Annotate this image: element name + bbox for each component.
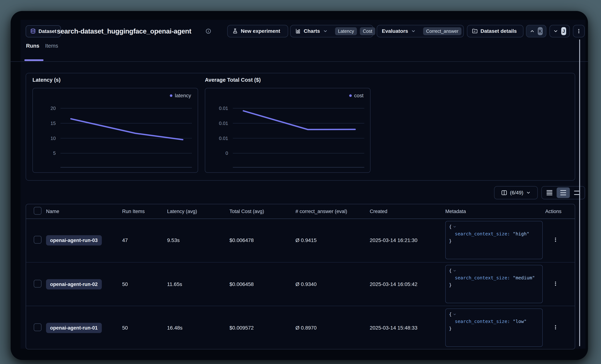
svg-text:0: 0 <box>225 151 228 156</box>
run-items-value: 50 <box>122 281 128 287</box>
shortcut-key-k: K <box>538 27 543 35</box>
brace-close: } <box>449 326 452 331</box>
prev-shortcut-button[interactable]: K <box>526 25 546 37</box>
tab-runs[interactable]: Runs <box>26 40 40 51</box>
run-name-pill[interactable]: openai-agent-run-01 <box>46 323 102 333</box>
window-scrollbar[interactable] <box>579 39 580 346</box>
new-experiment-label: New experiment <box>241 28 280 34</box>
col-metadata: Metadata <box>445 209 466 214</box>
latency-chart-card: latency 2015105 <box>32 88 198 173</box>
metadata-key: search_context_size: <box>455 275 510 280</box>
evaluator-badge-correct-answer[interactable]: Correct_answer <box>423 27 461 35</box>
more-menu-button[interactable] <box>573 25 585 37</box>
brace-open: { <box>449 311 452 318</box>
run-name-pill[interactable]: openai-agent-run-02 <box>46 279 102 289</box>
tab-items[interactable]: Items <box>45 40 58 51</box>
row-height-toggle <box>541 186 585 199</box>
collapse-chevron-icon[interactable] <box>453 313 456 316</box>
table-row: openai-agent-run-01 50 16.48s $0.009572 … <box>26 306 575 350</box>
row-checkbox[interactable] <box>34 236 41 244</box>
created-value: 2025-03-14 15:48:33 <box>370 325 417 331</box>
row-height-medium-option[interactable] <box>557 187 570 198</box>
metadata-value: "high" <box>513 231 529 237</box>
column-visibility-button[interactable]: (6/49) <box>494 186 538 199</box>
chart-badge-cost[interactable]: Cost <box>360 27 375 35</box>
brace-open: { <box>449 267 452 274</box>
col-created: Created <box>370 209 387 214</box>
charts-button-group[interactable]: Charts Latency Cost <box>290 25 373 37</box>
metadata-json-box[interactable]: { search_context_size: "medium" } <box>445 265 543 303</box>
latency-value: 16.48s <box>167 325 182 331</box>
evaluators-button-group[interactable]: Evaluators Correct_answer <box>377 25 464 37</box>
runs-table: Name Run Items Latency (avg) Total Cost … <box>26 204 575 349</box>
row-checkbox[interactable] <box>34 324 41 331</box>
evaluators-label: Evaluators <box>382 28 408 34</box>
charts-label: Charts <box>304 28 320 34</box>
run-items-value: 47 <box>122 237 128 243</box>
row-height-large-option[interactable] <box>570 187 584 198</box>
charts-panel: Latency (s) latency 2015105 Average Tota… <box>26 73 575 181</box>
total-cost-value: $0.006458 <box>230 281 254 287</box>
next-shortcut-button[interactable]: J <box>550 25 570 37</box>
chevron-down-icon <box>526 190 531 195</box>
run-items-value: 50 <box>122 325 128 331</box>
row-height-small-icon <box>547 190 552 195</box>
collapse-chevron-icon[interactable] <box>453 269 456 273</box>
screen: Dataset search-dataset_huggingface_opena… <box>0 0 601 364</box>
metadata-json-box[interactable]: { search_context_size: "low" } <box>445 308 543 347</box>
svg-text:15: 15 <box>50 121 56 126</box>
correct-answer-value: Ø 0.8970 <box>295 325 317 331</box>
row-actions-button[interactable] <box>553 324 558 332</box>
col-total-cost: Total Cost (avg) <box>230 209 264 214</box>
folder-icon <box>472 29 478 34</box>
row-actions-button[interactable] <box>553 281 558 288</box>
row-height-medium-icon <box>560 190 566 195</box>
metadata-json-box[interactable]: { search_context_size: "high" } <box>445 221 543 259</box>
latency-chart-title: Latency (s) <box>32 77 60 83</box>
brace-open: { <box>449 223 452 230</box>
chevron-down-icon <box>323 29 328 34</box>
cost-chart-title: Average Total Cost ($) <box>205 77 261 83</box>
col-correct-answer: # correct_answer (eval) <box>295 209 347 214</box>
row-actions-button[interactable] <box>553 237 558 244</box>
app-window: Dataset search-dataset_huggingface_opena… <box>11 11 588 360</box>
cost-line-chart: 0.010.010.010 <box>205 88 370 172</box>
latency-value: 9.53s <box>167 237 180 243</box>
col-latency: Latency (avg) <box>167 209 197 214</box>
dataset-details-label: Dataset details <box>481 28 517 34</box>
dataset-badge-label: Dataset <box>39 29 57 34</box>
flask-icon <box>232 28 238 34</box>
col-name: Name <box>46 209 59 214</box>
dataset-details-button[interactable]: Dataset details <box>467 25 523 37</box>
latency-value: 11.65s <box>167 281 182 287</box>
metadata-value: "low" <box>513 319 527 324</box>
created-value: 2025-03-14 16:21:30 <box>370 237 417 243</box>
svg-text:20: 20 <box>50 106 56 111</box>
table-row: openai-agent-run-03 47 9.53s $0.006478 Ø… <box>26 219 575 262</box>
metadata-key: search_context_size: <box>455 319 510 324</box>
chart-badge-latency[interactable]: Latency <box>335 27 357 35</box>
chevron-up-icon <box>530 29 535 34</box>
svg-text:0.01: 0.01 <box>219 106 228 111</box>
total-cost-value: $0.006478 <box>230 237 254 243</box>
kebab-menu-icon <box>553 281 558 287</box>
brace-close: } <box>449 238 452 244</box>
new-experiment-button[interactable]: New experiment <box>227 25 288 37</box>
bar-chart-icon <box>295 29 301 34</box>
svg-text:0.01: 0.01 <box>219 121 228 126</box>
kebab-menu-icon <box>553 237 558 243</box>
page-title: search-dataset_huggingface_openai-agent <box>57 25 191 37</box>
row-height-small-option[interactable] <box>543 187 556 198</box>
latency-line-chart: 2015105 <box>33 88 198 172</box>
cost-chart-card: cost 0.010.010.010 <box>205 88 371 173</box>
info-icon[interactable] <box>205 28 211 34</box>
metadata-key: search_context_size: <box>455 231 510 237</box>
row-checkbox[interactable] <box>34 280 41 287</box>
select-all-checkbox[interactable] <box>34 207 41 215</box>
collapse-chevron-icon[interactable] <box>453 225 456 229</box>
col-run-items: Run Items <box>122 209 145 214</box>
brace-close: } <box>449 282 452 287</box>
run-name-pill[interactable]: openai-agent-run-03 <box>46 235 102 246</box>
total-cost-value: $0.009572 <box>230 325 254 331</box>
svg-text:5: 5 <box>53 151 56 156</box>
